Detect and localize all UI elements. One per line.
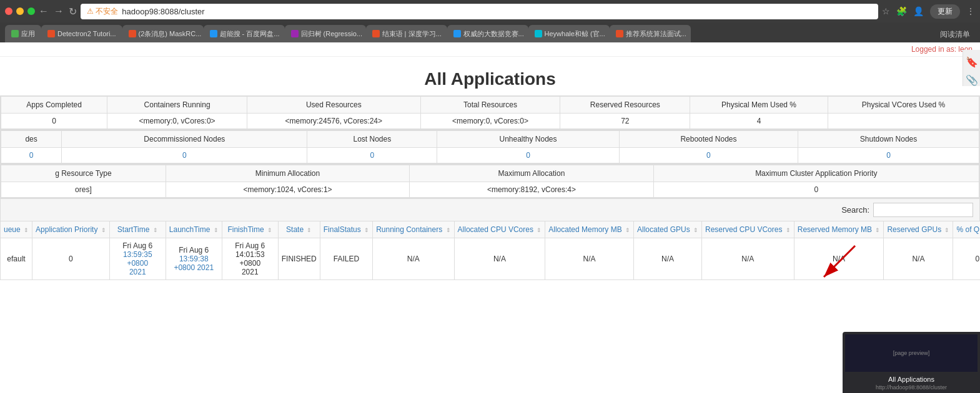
col-reserved-mem[interactable]: Reserved Memory MB ⇕ [794,221,884,238]
tab-label: 应用 [21,29,35,39]
side-panel: 🔖 📎 [963,50,980,86]
tab-favicon [535,30,542,37]
col-reserved-gpus[interactable]: Reserved GPUs ⇕ [884,221,953,238]
reserved-mem-value: N/A [794,238,884,280]
phys-mem-value: 4 [690,114,828,129]
rebooted-nodes-value: 0 [619,148,798,163]
tab-recommend[interactable]: 推荐系统算法面试... [610,25,691,42]
col-state[interactable]: State ⇕ [278,221,320,238]
resource-stats-row: ores] <memory:1024, vCores:1> <memory:81… [1,182,979,198]
nav-icons: ← → ↻ [39,6,77,17]
search-input[interactable] [873,203,973,217]
browser-actions: ☆ 🧩 👤 更新 ⋮ [882,4,975,19]
logged-in-bar: Logged in as: leon [0,42,980,57]
col-reserved-cpu[interactable]: Reserved CPU VCores ⇕ [702,221,794,238]
extensions-icon[interactable]: 🧩 [896,6,907,16]
reserved-cpu-value: N/A [702,238,794,280]
table-row: efault 0 Fri Aug 613:59:35+08002021 Fri … [1,238,981,280]
launch-time-value: Fri Aug 613:59:38+0800 2021 [166,238,222,280]
tabs-bar: 应用 Detectron2 Tutori... (2条消息) MaskRC...… [0,22,980,42]
tab-deeplearning[interactable]: 结束语 | 深度学习... [366,25,447,42]
col-final-status[interactable]: FinalStatus ⇕ [320,221,372,238]
resource-type-value: ores] [1,182,166,198]
col-max-alloc: Maximum Allocation [410,165,653,182]
state-value: FINISHED [278,238,320,280]
decommissioned-link[interactable]: 0 [182,151,187,160]
col-pct-queue[interactable]: % of Queue ⇕ [953,221,980,238]
tab-label: Heywhale和鲸 (官... [545,29,605,39]
star-icon[interactable]: ☆ [882,6,890,16]
col-alloc-cpu[interactable]: Allocated CPU VCores ⇕ [454,221,545,238]
rebooted-nodes-link[interactable]: 0 [706,151,711,160]
tab-detectron[interactable]: Detectron2 Tutori... [41,25,122,42]
tab-label: Detectron2 Tutori... [57,30,116,37]
maximize-btn[interactable] [27,7,35,15]
unhealthy-nodes-value: 0 [437,148,620,163]
page-content: Logged in as: leon All Applications Apps… [0,42,980,354]
pct-queue-value: 0.0 [953,238,980,280]
bookmark-side-icon[interactable]: 🔖 [966,56,978,68]
shutdown-nodes-link[interactable]: 0 [886,151,891,160]
col-app-priority[interactable]: Application Priority ⇕ [32,221,110,238]
tab-favicon [129,30,136,37]
col-rebooted-nodes: Rebooted Nodes [619,131,798,148]
main-table-wrapper: ueue ⇕ Application Priority ⇕ StartTime … [0,221,980,280]
active-nodes-link[interactable]: 0 [29,151,34,160]
col-min-alloc: Minimum Allocation [166,165,409,182]
col-shutdown-nodes: Shutdown Nodes [798,131,979,148]
tab-baidu[interactable]: 超能搜 - 百度网盘... [204,25,285,42]
col-queue[interactable]: ueue ⇕ [1,221,32,238]
final-status-value: FAILED [320,238,372,280]
col-reserved-resources: Reserved Resources [560,97,690,114]
cluster-stats-row: 0 <memory:0, vCores:0> <memory:24576, vC… [1,114,979,129]
col-start-time[interactable]: StartTime ⇕ [109,221,166,238]
col-launch-time[interactable]: LaunchTime ⇕ [166,221,222,238]
col-used-resources: Used Resources [247,97,421,114]
forward-icon[interactable]: → [54,6,64,17]
tab-label: 权威的大数据竞赛... [463,29,524,39]
tab-favicon [210,30,217,37]
col-apps-completed: Apps Completed [1,97,107,114]
unhealthy-nodes-link[interactable]: 0 [526,151,530,160]
tab-bigdata[interactable]: 权威的大数据竞赛... [447,25,528,42]
col-finish-time[interactable]: FinishTime ⇕ [222,221,278,238]
menu-icon[interactable]: ⋮ [966,6,975,16]
alloc-cpu-value: N/A [454,238,545,280]
col-phys-vcores: Physical VCores Used % [828,97,979,114]
max-priority-value: 0 [653,182,979,198]
tab-label: (2条消息) MaskRC... [139,29,202,39]
security-warning: ⚠ 不安全 [87,6,118,17]
shutdown-nodes-value: 0 [798,148,979,163]
browser-titlebar: ← → ↻ ⚠ 不安全 hadoop98:8088/cluster ☆ 🧩 👤 … [0,0,980,22]
active-nodes-value: 0 [1,148,62,163]
cluster-stats-table: Apps Completed Containers Running Used R… [1,96,979,129]
thumbnail-image: [page preview] [845,334,978,354]
minimize-btn[interactable] [16,7,24,15]
col-alloc-gpus[interactable]: Allocated GPUs ⇕ [633,221,701,238]
profile-icon[interactable]: 👤 [913,6,924,16]
apps-completed-value: 0 [1,114,107,129]
thumbnail-popup: [page preview] All Applications http://h… [843,332,980,354]
tab-favicon [453,30,461,37]
tab-apps[interactable]: 应用 [5,25,41,42]
tab-regression[interactable]: 回归树 (Regressio... [285,25,366,42]
resource-stats-section: g Resource Type Minimum Allocation Maxim… [0,164,980,198]
attach-side-icon[interactable]: 📎 [966,74,978,86]
col-active-nodes: des [1,131,62,148]
update-button[interactable]: 更新 [930,4,960,19]
lost-nodes-link[interactable]: 0 [370,151,374,160]
cluster-stats-section: Apps Completed Containers Running Used R… [0,95,980,130]
tab-label: 推荐系统算法面试... [626,29,686,39]
reading-list-tab[interactable]: 阅读清单 [935,27,975,42]
close-btn[interactable] [5,7,12,15]
start-time-value: Fri Aug 613:59:35+08002021 [109,238,166,280]
tab-maskrcnn[interactable]: (2条消息) MaskRC... [122,25,204,42]
col-alloc-mem[interactable]: Allocated Memory MB ⇕ [545,221,634,238]
back-icon[interactable]: ← [39,6,49,17]
address-bar[interactable]: ⚠ 不安全 hadoop98:8088/cluster [81,4,878,19]
resource-stats-table: g Resource Type Minimum Allocation Maxim… [1,165,979,198]
reload-icon[interactable]: ↻ [69,6,77,17]
col-running-containers[interactable]: Running Containers ⇕ [373,221,454,238]
phys-vcores-value [828,114,979,129]
tab-heywhale[interactable]: Heywhale和鲸 (官... [528,25,610,42]
